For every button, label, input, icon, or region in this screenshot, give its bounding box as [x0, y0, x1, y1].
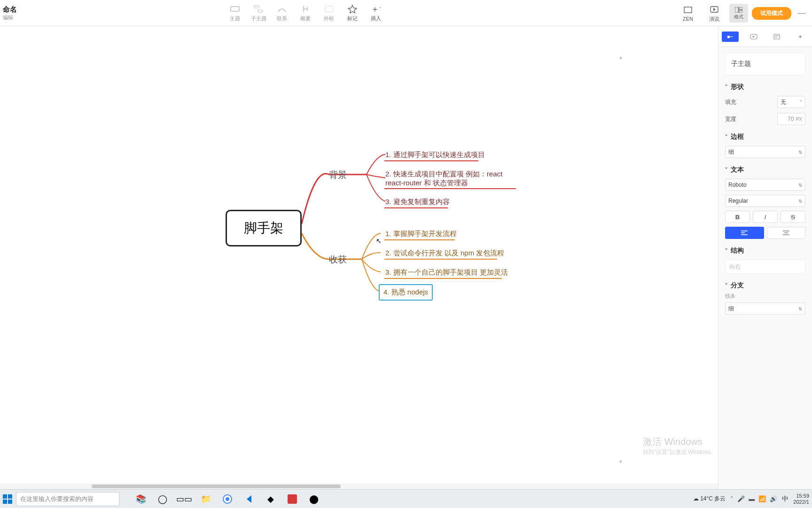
boundary-button[interactable]: 外框 [318, 2, 340, 24]
window-subtitle: 编辑 [3, 14, 17, 21]
subtopic-button[interactable]: 子主题 [247, 2, 270, 24]
svg-rect-2 [258, 10, 263, 12]
marker-button[interactable]: 标记 [341, 2, 364, 24]
star-icon [348, 4, 357, 14]
present-button[interactable]: 演说 [703, 2, 726, 24]
main-toolbar: 命名 编辑 主题 子主题 联系 概要 外框 标记 ＋ ˅ 插入 [0, 0, 812, 26]
toolbar-right-group: ZEN 演说 格式 试用模式 — [677, 0, 808, 26]
subtopic-icon [254, 4, 263, 14]
summary-icon [301, 4, 310, 14]
zen-button[interactable]: ZEN [677, 2, 699, 24]
boundary-icon [324, 4, 334, 14]
fullscreen-icon [684, 5, 692, 15]
summary-button[interactable]: 概要 [294, 2, 317, 24]
topic-icon [230, 4, 240, 14]
svg-rect-4 [684, 7, 692, 13]
insert-button[interactable]: ＋ ˅ 插入 [365, 2, 387, 24]
svg-rect-3 [325, 6, 333, 12]
svg-rect-6 [735, 7, 738, 13]
svg-rect-8 [739, 10, 742, 13]
trial-mode-button[interactable]: 试用模式 [752, 7, 791, 20]
window-title: 命名 [3, 5, 17, 14]
layout-icon [735, 6, 742, 14]
format-button[interactable]: 格式 [729, 4, 748, 23]
plus-icon: ＋ ˅ [371, 4, 382, 14]
toolbar-center-group: 主题 子主题 联系 概要 外框 标记 ＋ ˅ 插入 [224, 2, 387, 24]
relation-icon [277, 4, 287, 14]
relation-button[interactable]: 联系 [271, 2, 293, 24]
svg-rect-7 [739, 7, 742, 9]
title-area: 命名 编辑 [3, 5, 17, 21]
svg-rect-0 [231, 7, 239, 11]
svg-rect-1 [254, 6, 259, 8]
minimize-button[interactable]: — [795, 9, 808, 17]
play-icon [710, 4, 718, 15]
topic-button[interactable]: 主题 [224, 2, 246, 24]
